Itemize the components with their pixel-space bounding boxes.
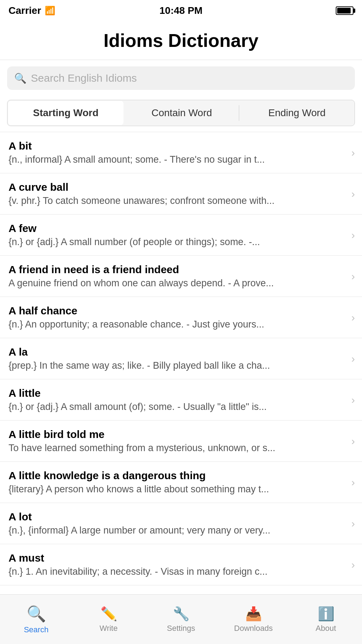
idiom-title: A little [9,387,341,399]
list-item[interactable]: A bit {n., informal} A small amount; som… [0,132,362,173]
chevron-right-icon: › [351,270,355,282]
app-header: Idioms Dictionary [0,19,362,60]
tab-search[interactable]: 🔍 Search [0,601,72,638]
idiom-desc: {n., informal} A small amount; some. - T… [9,154,341,165]
list-item[interactable]: A curve ball {v. phr.} To catch someone … [0,173,362,215]
tab-label-about: About [316,624,336,633]
about-tab-icon: ℹ️ [318,606,334,622]
search-icon: 🔍 [14,72,27,84]
idiom-desc: {prep.} In the same way as; like. - Bill… [9,360,341,371]
chevron-right-icon: › [351,559,355,571]
idiom-desc: {n.} or {adj.} A small amount (of); some… [9,401,341,412]
idiom-desc: {v. phr.} To catch someone unawares; con… [9,195,341,206]
search-tab-icon: 🔍 [27,605,46,623]
idiom-title: A few [9,222,341,234]
tab-downloads[interactable]: 📥 Downloads [217,602,290,637]
tab-label-search: Search [24,625,49,634]
app-title: Idioms Dictionary [7,30,355,51]
settings-tab-icon: 🔧 [173,606,190,622]
list-item[interactable]: A little bird told me To have learned so… [0,421,362,462]
status-time: 10:48 PM [159,5,202,16]
idiom-desc: {n.}, {informal} A large number or amoun… [9,525,341,536]
idiom-desc: {n.} 1. An inevitability; a necessity. -… [9,566,341,577]
battery-icon [336,6,353,15]
chevron-right-icon: › [351,476,355,488]
idiom-title: A lot [9,511,341,523]
idiom-title: A friend in need is a friend indeed [9,264,341,276]
list-item[interactable]: A half chance {n.} An opportunity; a rea… [0,297,362,338]
downloads-tab-icon: 📥 [245,606,262,622]
search-input[interactable]: Search English Idioms [31,72,348,84]
chevron-right-icon: › [351,229,355,241]
write-tab-icon: ✏️ [100,606,117,622]
idiom-desc: A genuine friend on whom one can always … [9,278,341,289]
tab-label-write: Write [100,624,118,633]
tab-write[interactable]: ✏️ Write [72,602,145,637]
list-item[interactable]: A lot {n.}, {informal} A large number or… [0,503,362,544]
idiom-title: A la [9,346,341,358]
tab-about[interactable]: ℹ️ About [290,602,362,637]
idiom-desc: {n.} or {adj.} A small number (of people… [9,237,341,248]
carrier-label: Carrier [9,5,41,16]
segment-control: Starting Word Contain Word Ending Word [7,100,355,126]
chevron-right-icon: › [351,518,355,530]
status-left: Carrier 📶 [9,5,55,16]
idiom-title: A bit [9,140,341,152]
segment-contain-word[interactable]: Contain Word [124,100,240,126]
battery-fill [337,8,351,13]
idiom-title: A must [9,552,341,564]
status-bar: Carrier 📶 10:48 PM [0,0,362,19]
list-item[interactable]: A few {n.} or {adj.} A small number (of … [0,215,362,256]
chevron-right-icon: › [351,312,355,324]
wifi-icon: 📶 [45,6,55,16]
tab-label-settings: Settings [167,624,195,633]
idiom-desc: {literary} A person who knows a little a… [9,484,341,495]
idiom-desc: {n.} An opportunity; a reasonable chance… [9,319,341,330]
list-item[interactable]: A la {prep.} In the same way as; like. -… [0,338,362,379]
tab-label-downloads: Downloads [234,624,273,633]
list-item[interactable]: A little knowledge is a dangerous thing … [0,462,362,503]
list-item[interactable]: A little {n.} or {adj.} A small amount (… [0,379,362,421]
chevron-right-icon: › [351,147,355,159]
tab-settings[interactable]: 🔧 Settings [145,602,217,637]
idiom-list: A bit {n., informal} A small amount; som… [0,132,362,644]
chevron-right-icon: › [351,435,355,447]
idiom-title: A little bird told me [9,428,341,440]
segment-ending-word[interactable]: Ending Word [239,100,355,126]
search-container: 🔍 Search English Idioms [0,60,362,96]
list-item[interactable]: A must {n.} 1. An inevitability; a neces… [0,544,362,585]
list-item[interactable]: A friend in need is a friend indeed A ge… [0,256,362,297]
chevron-right-icon: › [351,188,355,200]
idiom-title: A curve ball [9,181,341,193]
segment-starting-word[interactable]: Starting Word [8,101,124,125]
search-bar[interactable]: 🔍 Search English Idioms [7,66,355,90]
tab-bar: 🔍 Search ✏️ Write 🔧 Settings 📥 Downloads… [0,594,362,644]
idiom-title: A half chance [9,305,341,317]
idiom-title: A little knowledge is a dangerous thing [9,470,341,482]
chevron-right-icon: › [351,394,355,406]
idiom-desc: To have learned something from a mysteri… [9,443,341,454]
chevron-right-icon: › [351,353,355,365]
